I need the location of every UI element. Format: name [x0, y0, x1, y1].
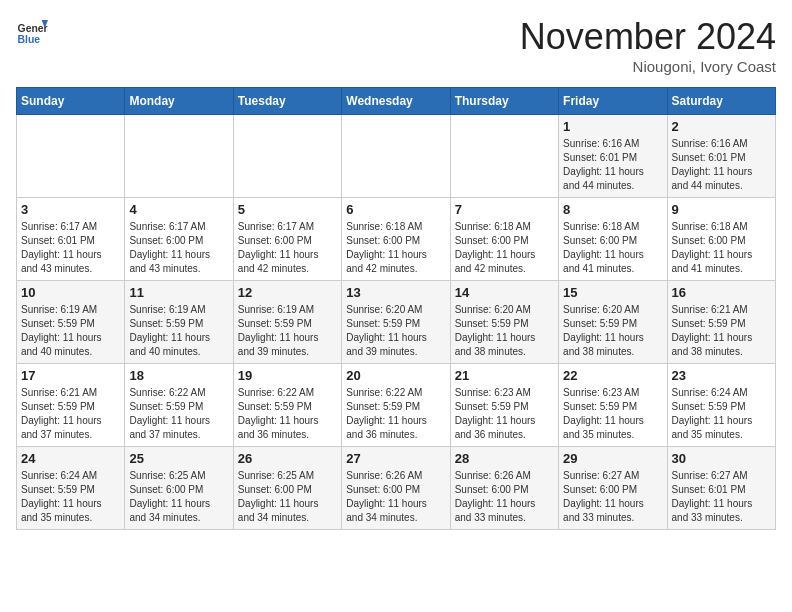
day-number: 9 — [672, 202, 771, 217]
day-number: 25 — [129, 451, 228, 466]
day-info: Sunrise: 6:23 AM Sunset: 5:59 PM Dayligh… — [455, 386, 554, 442]
calendar-cell: 4Sunrise: 6:17 AM Sunset: 6:00 PM Daylig… — [125, 198, 233, 281]
day-number: 23 — [672, 368, 771, 383]
calendar-cell: 24Sunrise: 6:24 AM Sunset: 5:59 PM Dayli… — [17, 447, 125, 530]
calendar-cell — [233, 115, 341, 198]
day-info: Sunrise: 6:25 AM Sunset: 6:00 PM Dayligh… — [238, 469, 337, 525]
calendar-cell: 13Sunrise: 6:20 AM Sunset: 5:59 PM Dayli… — [342, 281, 450, 364]
day-number: 22 — [563, 368, 662, 383]
day-of-week-header: Saturday — [667, 88, 775, 115]
day-info: Sunrise: 6:17 AM Sunset: 6:00 PM Dayligh… — [129, 220, 228, 276]
day-number: 13 — [346, 285, 445, 300]
day-info: Sunrise: 6:20 AM Sunset: 5:59 PM Dayligh… — [346, 303, 445, 359]
day-info: Sunrise: 6:18 AM Sunset: 6:00 PM Dayligh… — [346, 220, 445, 276]
day-number: 24 — [21, 451, 120, 466]
svg-text:Blue: Blue — [18, 34, 41, 45]
calendar-cell: 22Sunrise: 6:23 AM Sunset: 5:59 PM Dayli… — [559, 364, 667, 447]
day-of-week-header: Wednesday — [342, 88, 450, 115]
day-info: Sunrise: 6:17 AM Sunset: 6:01 PM Dayligh… — [21, 220, 120, 276]
day-info: Sunrise: 6:21 AM Sunset: 5:59 PM Dayligh… — [672, 303, 771, 359]
title-block: November 2024 Niougoni, Ivory Coast — [520, 16, 776, 75]
calendar-cell: 5Sunrise: 6:17 AM Sunset: 6:00 PM Daylig… — [233, 198, 341, 281]
day-info: Sunrise: 6:20 AM Sunset: 5:59 PM Dayligh… — [455, 303, 554, 359]
day-number: 3 — [21, 202, 120, 217]
day-number: 11 — [129, 285, 228, 300]
calendar-table: SundayMondayTuesdayWednesdayThursdayFrid… — [16, 87, 776, 530]
calendar-cell: 15Sunrise: 6:20 AM Sunset: 5:59 PM Dayli… — [559, 281, 667, 364]
calendar-cell — [450, 115, 558, 198]
day-number: 16 — [672, 285, 771, 300]
day-number: 12 — [238, 285, 337, 300]
day-info: Sunrise: 6:16 AM Sunset: 6:01 PM Dayligh… — [672, 137, 771, 193]
day-info: Sunrise: 6:23 AM Sunset: 5:59 PM Dayligh… — [563, 386, 662, 442]
day-info: Sunrise: 6:18 AM Sunset: 6:00 PM Dayligh… — [672, 220, 771, 276]
day-number: 21 — [455, 368, 554, 383]
calendar-cell: 26Sunrise: 6:25 AM Sunset: 6:00 PM Dayli… — [233, 447, 341, 530]
day-of-week-header: Thursday — [450, 88, 558, 115]
day-of-week-header: Sunday — [17, 88, 125, 115]
calendar-cell: 29Sunrise: 6:27 AM Sunset: 6:00 PM Dayli… — [559, 447, 667, 530]
day-info: Sunrise: 6:27 AM Sunset: 6:01 PM Dayligh… — [672, 469, 771, 525]
day-number: 29 — [563, 451, 662, 466]
calendar-cell: 28Sunrise: 6:26 AM Sunset: 6:00 PM Dayli… — [450, 447, 558, 530]
calendar-cell: 7Sunrise: 6:18 AM Sunset: 6:00 PM Daylig… — [450, 198, 558, 281]
day-info: Sunrise: 6:24 AM Sunset: 5:59 PM Dayligh… — [672, 386, 771, 442]
day-number: 28 — [455, 451, 554, 466]
day-number: 30 — [672, 451, 771, 466]
calendar-cell: 23Sunrise: 6:24 AM Sunset: 5:59 PM Dayli… — [667, 364, 775, 447]
day-info: Sunrise: 6:27 AM Sunset: 6:00 PM Dayligh… — [563, 469, 662, 525]
day-info: Sunrise: 6:22 AM Sunset: 5:59 PM Dayligh… — [129, 386, 228, 442]
day-number: 8 — [563, 202, 662, 217]
day-of-week-header: Monday — [125, 88, 233, 115]
day-info: Sunrise: 6:16 AM Sunset: 6:01 PM Dayligh… — [563, 137, 662, 193]
calendar-cell: 10Sunrise: 6:19 AM Sunset: 5:59 PM Dayli… — [17, 281, 125, 364]
day-info: Sunrise: 6:26 AM Sunset: 6:00 PM Dayligh… — [346, 469, 445, 525]
logo: General Blue — [16, 16, 48, 48]
day-number: 4 — [129, 202, 228, 217]
day-info: Sunrise: 6:22 AM Sunset: 5:59 PM Dayligh… — [238, 386, 337, 442]
calendar-cell — [125, 115, 233, 198]
day-info: Sunrise: 6:25 AM Sunset: 6:00 PM Dayligh… — [129, 469, 228, 525]
calendar-cell: 21Sunrise: 6:23 AM Sunset: 5:59 PM Dayli… — [450, 364, 558, 447]
day-info: Sunrise: 6:19 AM Sunset: 5:59 PM Dayligh… — [129, 303, 228, 359]
calendar-cell: 17Sunrise: 6:21 AM Sunset: 5:59 PM Dayli… — [17, 364, 125, 447]
day-info: Sunrise: 6:17 AM Sunset: 6:00 PM Dayligh… — [238, 220, 337, 276]
day-number: 26 — [238, 451, 337, 466]
calendar-cell: 12Sunrise: 6:19 AM Sunset: 5:59 PM Dayli… — [233, 281, 341, 364]
calendar-cell: 2Sunrise: 6:16 AM Sunset: 6:01 PM Daylig… — [667, 115, 775, 198]
day-info: Sunrise: 6:19 AM Sunset: 5:59 PM Dayligh… — [238, 303, 337, 359]
calendar-cell: 1Sunrise: 6:16 AM Sunset: 6:01 PM Daylig… — [559, 115, 667, 198]
calendar-cell: 11Sunrise: 6:19 AM Sunset: 5:59 PM Dayli… — [125, 281, 233, 364]
calendar-cell: 6Sunrise: 6:18 AM Sunset: 6:00 PM Daylig… — [342, 198, 450, 281]
day-number: 27 — [346, 451, 445, 466]
day-info: Sunrise: 6:19 AM Sunset: 5:59 PM Dayligh… — [21, 303, 120, 359]
calendar-cell: 18Sunrise: 6:22 AM Sunset: 5:59 PM Dayli… — [125, 364, 233, 447]
day-info: Sunrise: 6:24 AM Sunset: 5:59 PM Dayligh… — [21, 469, 120, 525]
svg-text:General: General — [18, 23, 48, 34]
page-header: General Blue November 2024 Niougoni, Ivo… — [16, 16, 776, 75]
day-number: 7 — [455, 202, 554, 217]
day-number: 1 — [563, 119, 662, 134]
calendar-cell — [342, 115, 450, 198]
calendar-cell: 8Sunrise: 6:18 AM Sunset: 6:00 PM Daylig… — [559, 198, 667, 281]
calendar-cell — [17, 115, 125, 198]
calendar-cell: 3Sunrise: 6:17 AM Sunset: 6:01 PM Daylig… — [17, 198, 125, 281]
day-info: Sunrise: 6:20 AM Sunset: 5:59 PM Dayligh… — [563, 303, 662, 359]
day-number: 6 — [346, 202, 445, 217]
day-of-week-header: Tuesday — [233, 88, 341, 115]
day-number: 20 — [346, 368, 445, 383]
day-info: Sunrise: 6:21 AM Sunset: 5:59 PM Dayligh… — [21, 386, 120, 442]
day-number: 5 — [238, 202, 337, 217]
day-number: 19 — [238, 368, 337, 383]
day-number: 14 — [455, 285, 554, 300]
day-info: Sunrise: 6:26 AM Sunset: 6:00 PM Dayligh… — [455, 469, 554, 525]
logo-icon: General Blue — [16, 16, 48, 48]
day-info: Sunrise: 6:18 AM Sunset: 6:00 PM Dayligh… — [455, 220, 554, 276]
calendar-cell: 19Sunrise: 6:22 AM Sunset: 5:59 PM Dayli… — [233, 364, 341, 447]
day-number: 15 — [563, 285, 662, 300]
day-info: Sunrise: 6:22 AM Sunset: 5:59 PM Dayligh… — [346, 386, 445, 442]
location: Niougoni, Ivory Coast — [520, 58, 776, 75]
day-number: 17 — [21, 368, 120, 383]
month-title: November 2024 — [520, 16, 776, 58]
calendar-cell: 25Sunrise: 6:25 AM Sunset: 6:00 PM Dayli… — [125, 447, 233, 530]
